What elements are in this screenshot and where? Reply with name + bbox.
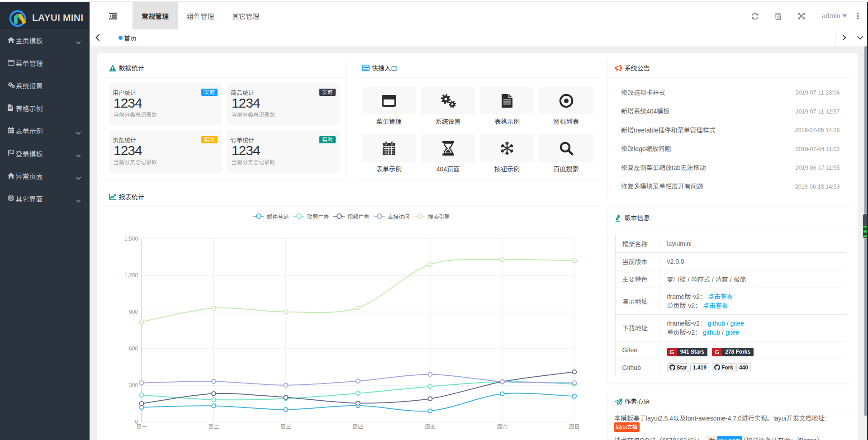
svg-text:周六: 周六 <box>497 424 508 430</box>
svg-text:周日: 周日 <box>569 424 579 430</box>
svg-text:周二: 周二 <box>208 424 219 430</box>
svg-text:周五: 周五 <box>424 424 435 430</box>
svg-text:周三: 周三 <box>280 424 291 430</box>
svg-text:1,200: 1,200 <box>124 272 138 279</box>
svg-text:300: 300 <box>128 382 138 388</box>
svg-text:周四: 周四 <box>352 424 363 430</box>
svg-text:900: 900 <box>128 309 138 315</box>
svg-text:600: 600 <box>128 345 138 352</box>
svg-text:周一: 周一 <box>136 424 147 430</box>
svg-text:1,500: 1,500 <box>124 236 138 242</box>
